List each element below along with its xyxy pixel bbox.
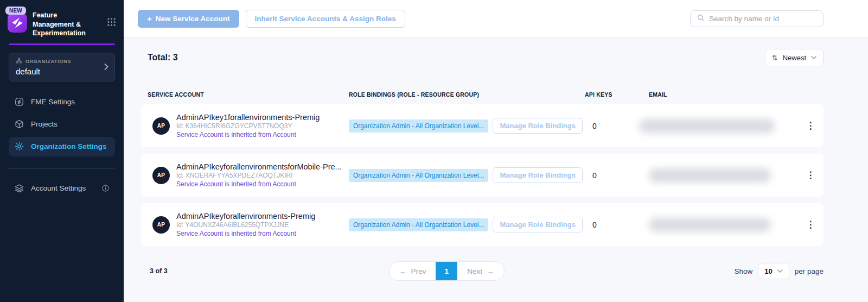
layers-icon	[14, 183, 24, 193]
table-header-row: SERVICE ACCOUNT ROLE BINDINGS (ROLE - RE…	[141, 91, 824, 98]
prev-page-button[interactable]: ← Prev	[390, 262, 436, 280]
next-page-button[interactable]: Next →	[457, 262, 503, 280]
pager: ← Prev 1 Next →	[389, 261, 505, 281]
search-icon	[697, 14, 705, 24]
kebab-menu-icon[interactable]: ⋮	[804, 218, 818, 231]
sidebar-item-fme-settings[interactable]: FME Settings	[9, 92, 115, 112]
column-header-service-account: SERVICE ACCOUNT	[148, 91, 349, 98]
chevron-right-icon	[104, 64, 108, 71]
search-box	[690, 10, 824, 27]
inherited-note: Service Account is inherited from Accoun…	[176, 229, 315, 238]
sidebar: NEW Feature Management & Experimentation	[0, 0, 124, 302]
role-binding-badge: Organization Admin - All Organization Le…	[349, 218, 488, 231]
new-service-account-label: New Service Account	[156, 15, 230, 23]
app-launcher-icon[interactable]	[107, 17, 116, 29]
service-account-id: Id: Y4OUNXZ46A6IBL6255QTPXJJNE	[176, 221, 315, 229]
arrow-right-icon: →	[487, 267, 494, 275]
inherited-note: Service Account is inherited from Accoun…	[176, 180, 342, 188]
manage-role-bindings-button[interactable]: Manage Role Bindings	[493, 118, 582, 134]
per-page-label: per page	[795, 267, 824, 275]
redacted-email	[649, 168, 771, 183]
gear-icon	[14, 141, 24, 152]
page-number-button[interactable]: 1	[436, 261, 457, 281]
nav-divider	[9, 168, 115, 169]
organization-switcher[interactable]: ORGANIZATIONS default	[9, 53, 115, 81]
brand-accent-divider	[9, 43, 115, 45]
redacted-email	[639, 119, 775, 133]
pagination-bar: 3 of 3 ← Prev 1 Next → Show 10	[141, 261, 824, 281]
sidebar-item-account-settings[interactable]: Account Settings	[9, 179, 115, 198]
role-binding-badge: Organization Admin - All Organization Le…	[349, 169, 488, 182]
total-count: Total: 3	[148, 53, 178, 62]
arrow-left-icon: ←	[399, 267, 407, 275]
manage-role-bindings-button[interactable]: Manage Role Bindings	[493, 217, 582, 232]
column-header-role-bindings: ROLE BINDINGS (ROLE - RESOURCE GROUP)	[349, 91, 585, 98]
sidebar-item-organization-settings[interactable]: Organization Settings	[9, 137, 115, 156]
api-keys-count: 0	[585, 221, 649, 229]
table-row: AP AdminAPIkeyforallenvironmentsforMobil…	[141, 154, 824, 197]
new-service-account-button[interactable]: + New Service Account	[138, 10, 239, 28]
cube-icon	[14, 119, 24, 129]
info-icon[interactable]	[101, 184, 110, 192]
organization-name: default	[16, 67, 108, 76]
fme-settings-icon	[14, 97, 24, 107]
column-header-email: EMAIL	[649, 91, 797, 98]
page-size-value: 10	[764, 267, 772, 275]
inherited-note: Service Account is inherited from Accoun…	[176, 130, 320, 139]
service-account-name: AdminAPIkeyforallenvironmentsforMobile-P…	[176, 162, 342, 171]
chevron-down-icon	[777, 269, 783, 273]
organizations-label: ORGANIZATIONS	[25, 59, 71, 64]
redacted-email	[649, 218, 771, 232]
product-title: Feature Management & Experimentation	[33, 11, 94, 38]
app-window: NEW Feature Management & Experimentation	[0, 0, 868, 302]
search-input[interactable]	[709, 15, 817, 23]
avatar: AP	[152, 167, 170, 184]
api-keys-count: 0	[585, 171, 649, 180]
sidebar-item-label: Account Settings	[31, 184, 86, 192]
brand-header: NEW Feature Management & Experimentation	[0, 0, 124, 38]
kebab-menu-icon[interactable]: ⋮	[804, 168, 818, 182]
plus-icon: +	[147, 15, 152, 23]
sidebar-item-label: Organization Settings	[31, 142, 107, 150]
sidebar-item-label: Projects	[31, 120, 58, 128]
topbar: + New Service Account Inherit Service Ac…	[124, 0, 868, 37]
service-account-name: AdminAPIkey1forallenvironments-Premig	[176, 113, 320, 122]
avatar: AP	[152, 117, 170, 135]
content: Total: 3 ⇅ Newest SERVICE ACCOUNT ROLE B…	[124, 37, 868, 302]
row-count: 3 of 3	[150, 267, 168, 275]
prev-label: Prev	[411, 267, 426, 275]
table-row: AP AdminAPIkeyforallenvironments-Premig …	[141, 203, 824, 246]
service-account-name: AdminAPIkeyforallenvironments-Premig	[176, 212, 315, 221]
inherit-service-accounts-button[interactable]: Inherit Service Accounts & Assign Roles	[246, 10, 405, 28]
organization-icon	[16, 58, 22, 65]
role-binding-badge: Organization Admin - All Organization Le…	[349, 119, 488, 133]
sidebar-nav: FME Settings Projects Or	[0, 92, 124, 198]
page-size-select[interactable]: 10	[758, 263, 789, 279]
main-area: + New Service Account Inherit Service Ac…	[124, 0, 868, 302]
show-label: Show	[734, 267, 752, 275]
sidebar-item-projects[interactable]: Projects	[9, 115, 115, 134]
product-logo: NEW	[8, 13, 27, 35]
new-badge: NEW	[5, 7, 26, 15]
manage-role-bindings-button[interactable]: Manage Role Bindings	[493, 167, 582, 183]
column-header-api-keys: API KEYS	[585, 91, 649, 98]
table-row: AP AdminAPIkey1forallenvironments-Premig…	[141, 104, 824, 147]
chevron-down-icon	[811, 56, 816, 59]
next-label: Next	[467, 267, 482, 275]
sidebar-item-label: FME Settings	[31, 98, 75, 106]
fme-logo-icon	[8, 13, 27, 33]
sort-dropdown[interactable]: ⇅ Newest	[765, 49, 824, 66]
sort-icon: ⇅	[772, 54, 778, 62]
service-account-id: Id: XNOERAFYYA5XPDEZ7AOQTJKIRI	[176, 171, 342, 180]
avatar: AP	[152, 216, 170, 234]
service-account-id: Id: K364HIC5RI6GZGYCPVST7NOQ3Y	[176, 122, 320, 130]
sort-value: Newest	[783, 54, 806, 62]
kebab-menu-icon[interactable]: ⋮	[804, 119, 818, 133]
